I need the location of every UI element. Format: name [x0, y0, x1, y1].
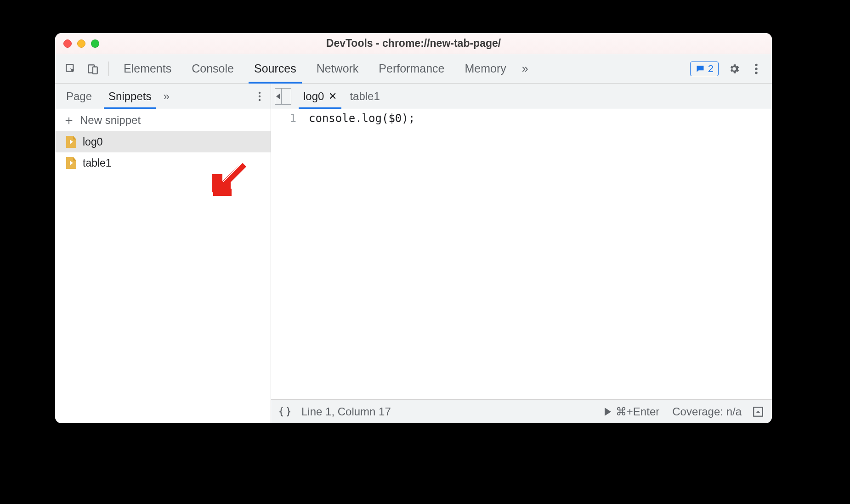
editor-tabs: log0 ✕ table1	[271, 84, 772, 109]
svg-point-7	[259, 95, 261, 97]
toolbar-separator	[108, 62, 109, 76]
messages-count: 2	[708, 63, 714, 75]
sidebar-tab-snippets[interactable]: Snippets	[100, 84, 159, 109]
snippet-item-log0[interactable]: log0	[55, 131, 271, 152]
more-tabs-icon[interactable]: »	[516, 62, 534, 75]
devtools-window: DevTools - chrome://new-tab-page/ Elemen…	[55, 33, 772, 423]
snippet-name: table1	[83, 157, 112, 169]
cursor-position: Line 1, Column 17	[301, 405, 391, 418]
play-icon	[605, 408, 611, 416]
new-snippet-label: New snippet	[80, 114, 141, 127]
editor-panel: log0 ✕ table1 1 console.log($0); Line 1,…	[271, 84, 772, 423]
run-shortcut: ⌘+Enter	[616, 405, 659, 418]
coverage-status: Coverage: n/a	[672, 405, 742, 418]
snippet-file-icon	[66, 157, 76, 169]
device-toolbar-icon[interactable]	[84, 60, 102, 78]
svg-rect-2	[93, 67, 97, 73]
svg-point-4	[755, 67, 757, 70]
editor-tab-log0[interactable]: log0 ✕	[297, 84, 343, 109]
statusbar: Line 1, Column 17 ⌘+Enter Coverage: n/a	[271, 399, 772, 423]
inspect-element-icon[interactable]	[62, 60, 80, 78]
tab-memory[interactable]: Memory	[454, 54, 516, 83]
run-snippet-button[interactable]: ⌘+Enter	[605, 405, 659, 418]
messages-badge[interactable]: 2	[690, 62, 719, 76]
tab-sources[interactable]: Sources	[244, 54, 306, 83]
pretty-print-icon[interactable]	[277, 403, 293, 420]
snippet-name: log0	[83, 136, 102, 148]
sidebar-options-icon[interactable]	[251, 88, 268, 105]
toggle-navigator-icon[interactable]	[275, 88, 291, 105]
window-title: DevTools - chrome://new-tab-page/	[55, 37, 772, 50]
snippet-item-table1[interactable]: table1	[55, 152, 271, 174]
snippet-file-icon	[66, 136, 76, 148]
main-toolbar: Elements Console Sources Network Perform…	[55, 54, 772, 84]
svg-point-6	[259, 91, 261, 93]
line-number: 1	[271, 112, 296, 125]
tab-network[interactable]: Network	[306, 54, 369, 83]
sidebar-tab-page[interactable]: Page	[58, 84, 100, 109]
svg-point-8	[259, 99, 261, 101]
chat-icon	[695, 64, 705, 73]
show-drawer-icon[interactable]	[750, 403, 766, 420]
code-content[interactable]: console.log($0);	[303, 109, 772, 399]
zoom-window-button[interactable]	[91, 39, 99, 48]
sidebar-tabs: Page Snippets »	[55, 84, 271, 109]
titlebar: DevTools - chrome://new-tab-page/	[55, 33, 772, 54]
line-gutter: 1	[271, 109, 303, 399]
minimize-window-button[interactable]	[77, 39, 85, 48]
editor-tab-table1[interactable]: table1	[343, 84, 386, 109]
svg-point-5	[755, 71, 757, 73]
main-tabs: Elements Console Sources Network Perform…	[113, 54, 516, 83]
sources-sidebar: Page Snippets » ＋ New snippet log0 table…	[55, 84, 271, 423]
tab-performance[interactable]: Performance	[368, 54, 454, 83]
close-window-button[interactable]	[63, 39, 72, 48]
traffic-lights	[63, 39, 99, 48]
sidebar-more-tabs-icon[interactable]: »	[163, 90, 169, 103]
code-area[interactable]: 1 console.log($0);	[271, 109, 772, 399]
tab-elements[interactable]: Elements	[113, 54, 181, 83]
tab-console[interactable]: Console	[181, 54, 244, 83]
close-tab-icon[interactable]: ✕	[329, 90, 337, 102]
more-options-icon[interactable]	[747, 60, 765, 78]
svg-point-3	[755, 63, 757, 66]
plus-icon: ＋	[62, 114, 75, 127]
editor-tab-label: log0	[303, 90, 324, 103]
snippet-list: log0 table1	[55, 131, 271, 423]
settings-icon[interactable]	[725, 60, 743, 78]
new-snippet-button[interactable]: ＋ New snippet	[55, 109, 271, 131]
editor-tab-label: table1	[350, 90, 380, 103]
panel-body: Page Snippets » ＋ New snippet log0 table…	[55, 84, 772, 423]
